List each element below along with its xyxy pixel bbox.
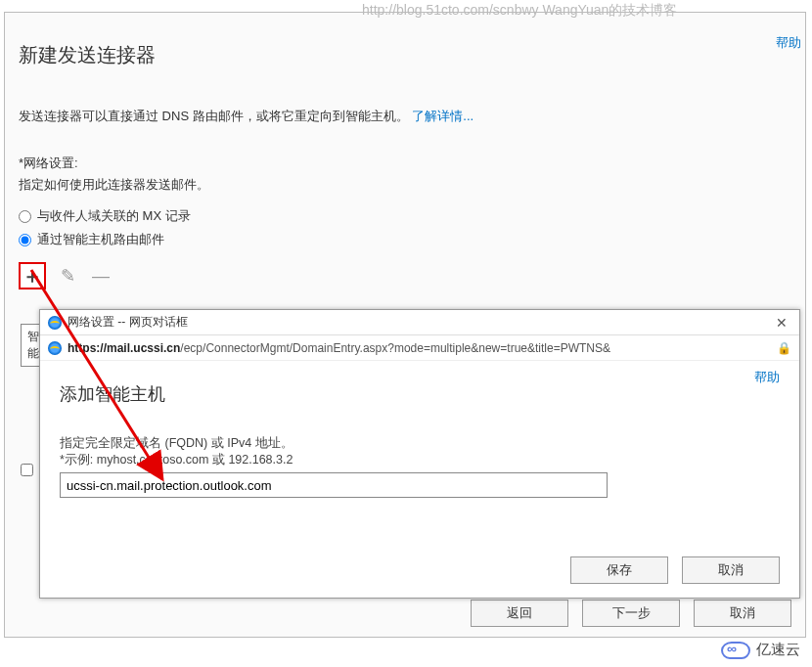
dialog-urlbar: https://mail.ucssi.cn/ecp/ConnectorMgmt/…	[40, 335, 799, 361]
help-link[interactable]: 帮助	[776, 34, 801, 52]
pencil-icon: ✎	[61, 265, 75, 287]
fqdn-example-label: *示例: myhost.contoso.com 或 192.168.3.2	[60, 452, 780, 468]
dialog-heading: 添加智能主机	[60, 382, 780, 406]
learn-more-link[interactable]: 了解详情...	[412, 109, 474, 123]
radio-smarthost-label: 通过智能主机路由邮件	[37, 231, 164, 248]
cloud-icon	[721, 642, 750, 659]
dialog-cancel-button[interactable]: 取消	[682, 556, 780, 584]
ie-icon	[48, 316, 62, 330]
dialog-body: 帮助 添加智能主机 指定完全限定域名 (FQDN) 或 IPv4 地址。 *示例…	[40, 361, 799, 598]
plus-icon: ＋	[23, 263, 42, 289]
radio-mx-record[interactable]: 与收件人域关联的 MX 记录	[19, 207, 791, 225]
page-title: 新建发送连接器	[19, 42, 791, 68]
radio-mx-input[interactable]	[19, 210, 31, 223]
yisu-logo: 亿速云	[715, 639, 806, 661]
add-button[interactable]: ＋	[19, 262, 46, 289]
checkbox-input[interactable]	[21, 464, 33, 476]
dialog-url: https://mail.ucssi.cn/ecp/ConnectorMgmt/…	[68, 341, 771, 355]
yisu-logo-text: 亿速云	[756, 641, 800, 659]
save-button[interactable]: 保存	[570, 556, 668, 584]
wizard-buttons: 返回 下一步 取消	[471, 600, 791, 627]
radio-smarthost[interactable]: 通过智能主机路由邮件	[19, 231, 791, 248]
fqdn-field-label: 指定完全限定域名 (FQDN) 或 IPv4 地址。	[60, 435, 780, 452]
radio-smarthost-input[interactable]	[19, 234, 31, 246]
smarthost-toolbar: ＋ ✎ —	[19, 262, 791, 289]
dialog-window-title: 网络设置 -- 网页对话框	[68, 314, 766, 331]
back-button[interactable]: 返回	[471, 600, 568, 627]
dialog-url-host: https://mail.ucssi.cn	[68, 341, 180, 355]
dialog-titlebar: 网络设置 -- 网页对话框 ✕	[40, 310, 799, 335]
smarthost-input[interactable]	[60, 472, 608, 498]
dialog-url-rest: /ecp/ConnectorMgmt/DomainEntry.aspx?mode…	[180, 341, 610, 355]
network-settings-desc: 指定如何使用此连接器发送邮件。	[19, 176, 791, 194]
ie-icon-small	[48, 341, 62, 355]
dialog-close-button[interactable]: ✕	[772, 315, 791, 331]
radio-mx-label: 与收件人域关联的 MX 记录	[37, 207, 191, 225]
intro-prefix: 发送连接器可以直接通过 DNS 路由邮件，或将它重定向到智能主机。	[19, 109, 409, 123]
add-smarthost-dialog: 网络设置 -- 网页对话框 ✕ https://mail.ucssi.cn/ec…	[39, 309, 800, 599]
minus-icon: —	[92, 266, 110, 287]
lock-icon: 🔒	[777, 341, 791, 355]
dialog-buttons: 保存 取消	[570, 556, 780, 584]
network-settings-label: *网络设置:	[19, 155, 791, 172]
cancel-button[interactable]: 取消	[694, 600, 791, 627]
close-icon: ✕	[776, 315, 788, 331]
next-button[interactable]: 下一步	[582, 600, 680, 627]
intro-text: 发送连接器可以直接通过 DNS 路由邮件，或将它重定向到智能主机。 了解详情..…	[19, 108, 791, 125]
edit-button[interactable]: ✎	[56, 264, 79, 288]
dialog-help-link[interactable]: 帮助	[754, 369, 780, 386]
remove-button[interactable]: —	[89, 264, 113, 288]
